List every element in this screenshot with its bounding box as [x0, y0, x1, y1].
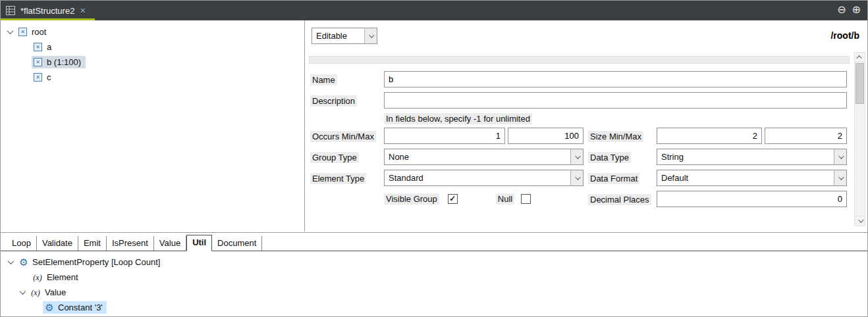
tab-util[interactable]: Util — [186, 235, 212, 251]
structure-tree: root a b (1:100) c — [1, 20, 304, 85]
rule-item-label: Value — [45, 287, 66, 297]
occurs-max-input[interactable] — [508, 128, 583, 144]
maximize-view-icon[interactable]: ⊕ — [852, 3, 861, 17]
rule-tree: SetElementProperty [Loop Count] Element … — [1, 251, 867, 315]
scroll-up-icon[interactable] — [855, 53, 865, 62]
chevron-expanded-icon[interactable] — [20, 288, 26, 295]
chevron-expanded-icon[interactable] — [8, 258, 14, 264]
data-format-select[interactable]: Default — [657, 170, 847, 186]
element-icon — [34, 43, 42, 51]
data-format-label: Data Format — [588, 173, 639, 184]
description-input[interactable] — [384, 92, 847, 109]
form-row-element-type-format: Element Type Standard Data Format Defaul… — [310, 170, 847, 186]
vertical-scrollbar[interactable] — [854, 52, 865, 226]
form-row-description: Description — [310, 92, 847, 109]
data-type-value: String — [657, 152, 834, 162]
chevron-down-icon[interactable] — [570, 149, 583, 164]
tree-item-b[interactable]: b (1:100) — [1, 55, 304, 70]
occurs-min-input[interactable] — [384, 128, 505, 144]
element-type-label: Element Type — [310, 173, 366, 184]
properties-panel: Editable /root/b Name Description — [306, 20, 867, 232]
form-row-occurs-size: Occurs Min/Max Size Min/Max — [310, 128, 847, 144]
service-gears-icon — [18, 257, 29, 267]
tree-item-label: b (1:100) — [47, 57, 81, 67]
form-row-name: Name — [310, 71, 847, 87]
size-minmax-label: Size Min/Max — [588, 131, 643, 142]
rule-item-element[interactable]: Element — [1, 270, 867, 285]
selected-tree-item: b (1:100) — [32, 56, 86, 68]
visible-group-checkbox[interactable]: ✓ — [448, 194, 458, 204]
horizontal-scrollbar[interactable] — [309, 56, 850, 64]
record-icon — [18, 28, 27, 36]
form-row-group-data-type: Group Type None Data Type String — [310, 149, 847, 165]
group-type-value: None — [385, 152, 570, 162]
scroll-down-icon[interactable] — [855, 216, 865, 226]
check-mark-icon: ✓ — [449, 195, 456, 203]
app-window: *flatStructure2 × ⊖ ⊕ root a b (1:100) — [0, 0, 868, 317]
tree-item-label: root — [32, 27, 46, 37]
tab-title: *flatStructure2 — [20, 6, 74, 16]
function-x-icon — [30, 289, 41, 297]
tab-document[interactable]: Document — [212, 236, 262, 251]
occurs-minmax-label: Occurs Min/Max — [310, 131, 376, 142]
decimal-places-label: Decimal Places — [588, 194, 651, 205]
decimal-places-input[interactable] — [657, 191, 847, 207]
chevron-down-icon[interactable] — [834, 149, 846, 164]
null-label: Null — [496, 193, 514, 205]
tab-validate[interactable]: Validate — [37, 236, 78, 251]
rule-item-setelementproperty[interactable]: SetElementProperty [Loop Count] — [1, 255, 867, 270]
chevron-down-icon[interactable] — [834, 170, 846, 185]
tree-item-a[interactable]: a — [1, 39, 304, 55]
group-type-select[interactable]: None — [384, 149, 583, 165]
data-type-select[interactable]: String — [657, 149, 847, 165]
size-min-input[interactable] — [657, 128, 762, 144]
tab-loop[interactable]: Loop — [7, 236, 37, 251]
titlebar: *flatStructure2 × ⊖ ⊕ — [1, 1, 867, 20]
visible-group-label: Visible Group — [384, 193, 439, 205]
rule-item-label: SetElementProperty [Loop Count] — [32, 257, 160, 267]
tree-item-c[interactable]: c — [1, 70, 304, 85]
form-row-note: In fields below, specify -1 for unlimite… — [310, 112, 847, 124]
service-gears-icon — [44, 303, 55, 312]
editable-mode-select[interactable]: Editable — [312, 28, 377, 44]
minimize-view-icon[interactable]: ⊖ — [837, 3, 846, 17]
data-type-label: Data Type — [588, 152, 631, 163]
tab-emit[interactable]: Emit — [78, 236, 107, 251]
null-checkbox[interactable] — [521, 194, 531, 204]
data-format-value: Default — [657, 173, 834, 183]
element-type-select[interactable]: Standard — [384, 170, 583, 186]
rule-item-label: Element — [47, 272, 78, 282]
structure-tree-panel: root a b (1:100) c — [1, 20, 305, 232]
unlimited-note: In fields below, specify -1 for unlimite… — [384, 113, 532, 124]
function-x-icon — [32, 274, 43, 281]
tree-item-root[interactable]: root — [1, 24, 304, 39]
element-type-value: Standard — [385, 173, 570, 183]
tab-value[interactable]: Value — [154, 236, 186, 251]
editor-tab-flatstructure2[interactable]: *flatStructure2 × — [1, 1, 95, 20]
rules-tabbar: Loop Validate Emit IsPresent Value Util … — [1, 233, 867, 251]
description-label: Description — [310, 95, 357, 107]
editable-mode-value: Editable — [312, 31, 364, 41]
form-row-flags-decimal: Visible Group ✓ Null Decimal Places — [310, 191, 847, 207]
size-max-input[interactable] — [765, 128, 847, 144]
chevron-expanded-icon[interactable] — [7, 28, 14, 34]
element-icon — [34, 73, 42, 82]
rule-item-label: Constant '3' — [58, 303, 103, 312]
name-label: Name — [310, 74, 337, 85]
rule-item-constant[interactable]: Constant '3' — [1, 300, 867, 315]
rules-panel: Loop Validate Emit IsPresent Value Util … — [1, 232, 867, 316]
view-controls: ⊖ ⊕ — [837, 3, 861, 17]
tree-item-label: c — [47, 72, 51, 82]
tab-ispresent[interactable]: IsPresent — [107, 236, 154, 251]
element-icon — [34, 58, 42, 66]
chevron-down-icon[interactable] — [364, 28, 377, 43]
rule-item-value[interactable]: Value — [1, 285, 867, 300]
selected-rule-item: Constant '3' — [43, 301, 107, 314]
name-input[interactable] — [384, 71, 847, 87]
element-path: /root/b — [830, 30, 859, 41]
structure-file-icon — [6, 6, 15, 15]
close-tab-icon[interactable]: × — [80, 6, 85, 15]
chevron-down-icon[interactable] — [570, 170, 583, 185]
scrollbar-thumb[interactable] — [855, 63, 864, 104]
group-type-label: Group Type — [310, 152, 359, 163]
